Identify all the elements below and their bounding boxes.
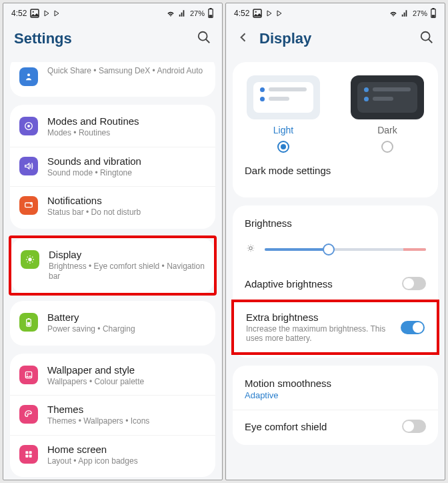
svg-point-1: [33, 11, 34, 13]
sound-icon: [19, 157, 38, 175]
svg-rect-13: [28, 318, 30, 319]
display-highlight: DisplayBrightness • Eye comfort shield •…: [9, 235, 217, 296]
dark-mode-settings[interactable]: Dark mode settings: [233, 153, 438, 185]
modes-icon: [19, 117, 38, 135]
extra-brightness-row[interactable]: Extra brightness Increase the maximum br…: [234, 302, 437, 352]
display-icon: [21, 250, 39, 269]
svg-point-16: [27, 373, 28, 374]
adaptive-brightness-toggle[interactable]: [402, 277, 426, 290]
settings-screen: 4:52 27% Settings Quick Share • Samsung …: [3, 3, 223, 480]
page-title: Settings: [14, 30, 72, 47]
eye-comfort-row[interactable]: Eye comfort shield: [233, 410, 438, 442]
battery-pct: 27%: [413, 9, 427, 17]
play-icon: [265, 9, 273, 17]
extra-brightness-highlight: Extra brightness Increase the maximum br…: [231, 300, 439, 355]
battery-pct: 27%: [190, 9, 205, 17]
dark-radio[interactable]: [381, 141, 393, 153]
svg-rect-20: [25, 451, 28, 454]
wallpaper-row[interactable]: Wallpaper and styleWallpapers • Colour p…: [10, 356, 215, 396]
svg-point-25: [255, 11, 257, 13]
light-theme-option[interactable]: Light: [239, 75, 327, 153]
quickshare-icon: [19, 67, 38, 86]
brightness-label: Brightness: [233, 208, 438, 238]
light-radio[interactable]: [277, 141, 289, 153]
themes-icon: [19, 405, 38, 424]
play-icon: [43, 9, 51, 17]
sounds-row[interactable]: Sounds and vibrationSound mode • Rington…: [10, 147, 215, 187]
svg-rect-22: [25, 454, 28, 457]
status-bar: 4:52 27%: [226, 3, 445, 21]
modes-row[interactable]: Modes and RoutinesModes • Routines: [10, 107, 215, 147]
status-bar: 4:52 27%: [3, 3, 222, 21]
wallpaper-icon: [19, 366, 38, 384]
extra-brightness-toggle[interactable]: [401, 321, 425, 334]
svg-point-11: [28, 258, 31, 261]
settings-header: Settings: [3, 21, 222, 62]
back-button[interactable]: [237, 31, 250, 47]
battery-icon: [207, 8, 214, 19]
photo-icon: [29, 7, 41, 19]
svg-rect-23: [29, 454, 32, 457]
play-icon-2: [53, 9, 61, 17]
display-screen: 4:52 27% Display Light: [225, 3, 445, 480]
signal-icon: [178, 9, 187, 18]
adaptive-brightness-row[interactable]: Adaptive brightness: [233, 268, 438, 300]
svg-rect-28: [432, 15, 435, 17]
list-item[interactable]: Quick Share • Samsung DeX • Android Auto: [10, 62, 215, 97]
status-time: 4:52: [234, 9, 249, 18]
svg-rect-27: [432, 8, 434, 9]
light-preview: [247, 75, 320, 119]
svg-point-10: [30, 202, 33, 205]
notifications-row[interactable]: NotificationsStatus bar • Do not disturb: [10, 186, 215, 226]
signal-icon: [401, 9, 410, 18]
wifi-icon: [389, 9, 398, 18]
eye-comfort-toggle[interactable]: [402, 420, 426, 433]
home-icon: [19, 445, 38, 464]
status-time: 4:52: [11, 9, 27, 18]
dark-theme-option[interactable]: Dark: [343, 75, 431, 153]
svg-point-17: [27, 413, 27, 414]
home-row[interactable]: Home screenLayout • App icon badges: [10, 435, 215, 475]
wifi-icon: [166, 9, 175, 18]
battery-icon: [430, 8, 437, 19]
svg-rect-14: [27, 322, 30, 326]
motion-smoothness-row[interactable]: Motion smoothness Adaptive: [233, 368, 438, 410]
display-settings-list[interactable]: Light Dark Dark mode settings Brightness: [226, 62, 445, 480]
svg-point-30: [249, 247, 253, 250]
photo-icon: [251, 7, 263, 19]
page-title: Display: [259, 30, 311, 47]
battery-setting-icon: [19, 313, 38, 332]
dark-preview: [351, 75, 424, 119]
brightness-slider[interactable]: [265, 244, 426, 256]
play-icon-2: [275, 9, 283, 17]
svg-rect-4: [209, 15, 213, 17]
notif-icon: [19, 196, 38, 215]
svg-point-6: [27, 73, 30, 76]
svg-point-18: [28, 412, 29, 413]
svg-point-29: [421, 32, 430, 41]
display-row[interactable]: DisplayBrightness • Eye comfort shield •…: [11, 241, 214, 290]
svg-point-19: [30, 413, 31, 414]
settings-list[interactable]: Quick Share • Samsung DeX • Android Auto…: [3, 62, 222, 480]
svg-rect-21: [29, 451, 32, 454]
brightness-low-icon: [245, 242, 257, 257]
svg-rect-3: [209, 8, 211, 9]
svg-point-5: [199, 32, 207, 41]
battery-row[interactable]: BatteryPower saving • Charging: [10, 304, 215, 343]
svg-point-8: [27, 125, 30, 127]
themes-row[interactable]: ThemesThemes • Wallpapers • Icons: [10, 395, 215, 435]
display-header: Display: [226, 21, 445, 62]
search-button[interactable]: [197, 30, 211, 47]
search-button[interactable]: [419, 30, 434, 47]
